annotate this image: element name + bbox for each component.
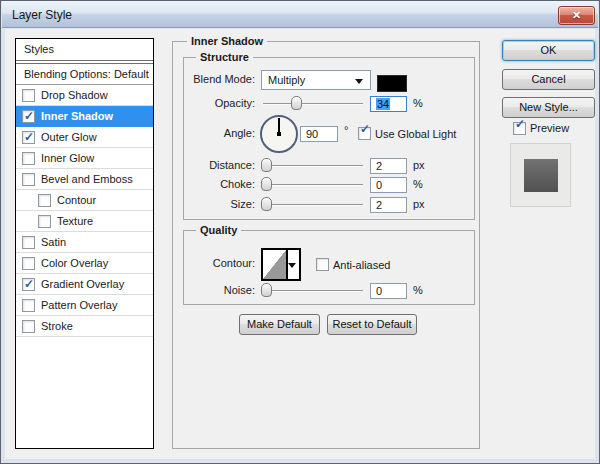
color-overlay-checkbox[interactable] — [22, 257, 35, 270]
noise-value: 0 — [376, 285, 382, 297]
angle-center-dot — [277, 132, 281, 136]
opacity-label: Opacity: — [184, 97, 255, 109]
reset-to-default-button[interactable]: Reset to Default — [327, 314, 417, 335]
preview-label: Preview — [530, 122, 569, 134]
size-label: Size: — [184, 198, 255, 210]
opacity-input[interactable]: 34 — [370, 96, 407, 112]
drop-shadow-checkbox[interactable] — [22, 89, 35, 102]
item-label: Stroke — [41, 320, 73, 332]
angle-unit: ° — [344, 124, 348, 136]
angle-dial[interactable] — [260, 115, 298, 153]
noise-slider-track[interactable] — [263, 290, 363, 292]
sidebar-item-outer-glow[interactable]: Outer Glow — [16, 127, 153, 148]
noise-unit: % — [413, 284, 423, 296]
shadow-color-swatch[interactable] — [377, 75, 407, 92]
sidebar-item-styles[interactable]: Styles — [16, 39, 153, 60]
layer-style-dialog: Layer Style ✕ Styles Blending Options: D… — [0, 0, 600, 464]
sidebar-item-drop-shadow[interactable]: Drop Shadow — [16, 85, 153, 106]
sidebar-item-satin[interactable]: Satin — [16, 232, 153, 253]
item-label: Inner Shadow — [41, 110, 113, 122]
sidebar-item-pattern-overlay[interactable]: Pattern Overlay — [16, 295, 153, 316]
style-preview-swatch — [510, 143, 571, 207]
sidebar-item-texture[interactable]: Texture — [16, 211, 153, 232]
make-default-button[interactable]: Make Default — [239, 314, 320, 335]
pattern-overlay-checkbox[interactable] — [22, 299, 35, 312]
blend-mode-label: Blend Mode: — [184, 73, 255, 85]
inner-glow-checkbox[interactable] — [22, 152, 35, 165]
sidebar-item-bevel-and-emboss[interactable]: Bevel and Emboss — [16, 169, 153, 190]
blending-options-label: Blending Options: Default — [24, 68, 149, 80]
distance-unit: px — [413, 159, 425, 171]
structure-group: Structure Blend Mode: Multiply Opacity: … — [183, 57, 475, 220]
opacity-unit: % — [413, 97, 423, 109]
texture-checkbox[interactable] — [38, 215, 51, 228]
sidebar-item-contour[interactable]: Contour — [16, 190, 153, 211]
item-label: Drop Shadow — [41, 89, 108, 101]
contour-checkbox[interactable] — [38, 194, 51, 207]
choke-slider-thumb[interactable] — [261, 177, 272, 191]
style-preview-inner-square — [524, 159, 558, 192]
distance-slider-track[interactable] — [263, 165, 363, 167]
noise-input[interactable]: 0 — [370, 283, 407, 299]
contour-thumbnail — [263, 250, 288, 279]
chevron-down-icon — [355, 79, 363, 84]
stroke-checkbox[interactable] — [22, 320, 35, 333]
close-button[interactable]: ✕ — [558, 6, 595, 25]
bevel-emboss-checkbox[interactable] — [22, 173, 35, 186]
choke-label: Choke: — [184, 178, 255, 190]
anti-aliased-label: Anti-aliased — [333, 259, 390, 271]
choke-input[interactable]: 0 — [370, 177, 407, 193]
use-global-light-checkbox[interactable] — [358, 127, 371, 140]
size-slider-thumb[interactable] — [261, 197, 272, 211]
angle-input[interactable]: 90 — [300, 126, 338, 142]
size-input[interactable]: 2 — [370, 197, 407, 213]
noise-slider-thumb[interactable] — [261, 283, 272, 297]
opacity-slider-track[interactable] — [263, 103, 363, 105]
item-label: Color Overlay — [41, 257, 108, 269]
title-bar[interactable]: Layer Style ✕ — [2, 1, 598, 28]
size-value: 2 — [376, 199, 382, 211]
panel-title: Inner Shadow — [187, 34, 267, 48]
distance-input[interactable]: 2 — [370, 158, 407, 174]
choke-unit: % — [413, 178, 423, 190]
opacity-value: 34 — [376, 98, 390, 110]
sidebar-item-gradient-overlay[interactable]: Gradient Overlay — [16, 274, 153, 295]
inner-shadow-checkbox[interactable] — [22, 110, 35, 123]
preview-checkbox[interactable] — [513, 122, 526, 135]
item-label: Satin — [41, 236, 66, 248]
sidebar-item-blending-options[interactable]: Blending Options: Default — [16, 64, 153, 85]
item-label: Inner Glow — [41, 152, 94, 164]
new-style-button[interactable]: New Style... — [502, 97, 595, 118]
item-label: Gradient Overlay — [41, 278, 124, 290]
size-unit: px — [413, 198, 425, 210]
opacity-slider-thumb[interactable] — [291, 96, 302, 110]
size-slider-track[interactable] — [263, 204, 363, 206]
cancel-button[interactable]: Cancel — [502, 69, 595, 90]
contour-picker[interactable] — [261, 248, 301, 281]
gradient-overlay-checkbox[interactable] — [22, 278, 35, 291]
sidebar-item-color-overlay[interactable]: Color Overlay — [16, 253, 153, 274]
sidebar-item-inner-glow[interactable]: Inner Glow — [16, 148, 153, 169]
blend-mode-value: Multiply — [268, 74, 305, 86]
distance-value: 2 — [376, 160, 382, 172]
noise-label: Noise: — [184, 284, 255, 296]
angle-value: 90 — [306, 128, 318, 140]
distance-slider-thumb[interactable] — [261, 158, 272, 172]
choke-value: 0 — [376, 179, 382, 191]
ok-button[interactable]: OK — [502, 40, 595, 61]
sidebar-item-stroke[interactable]: Stroke — [16, 316, 153, 337]
satin-checkbox[interactable] — [22, 236, 35, 249]
styles-list: Styles Blending Options: Default Drop Sh… — [15, 38, 154, 449]
item-label: Pattern Overlay — [41, 299, 117, 311]
outer-glow-checkbox[interactable] — [22, 131, 35, 144]
item-label: Outer Glow — [41, 131, 97, 143]
blend-mode-select[interactable]: Multiply — [261, 70, 371, 90]
quality-title: Quality — [196, 223, 241, 237]
anti-aliased-checkbox[interactable] — [316, 258, 329, 271]
window-title: Layer Style — [12, 8, 72, 22]
quality-group: Quality Contour: Anti-aliased Noise: 0 % — [183, 230, 475, 305]
sidebar-item-inner-shadow[interactable]: Inner Shadow — [16, 106, 153, 127]
structure-title: Structure — [196, 50, 253, 64]
chevron-down-icon — [288, 263, 296, 268]
choke-slider-track[interactable] — [263, 184, 363, 186]
